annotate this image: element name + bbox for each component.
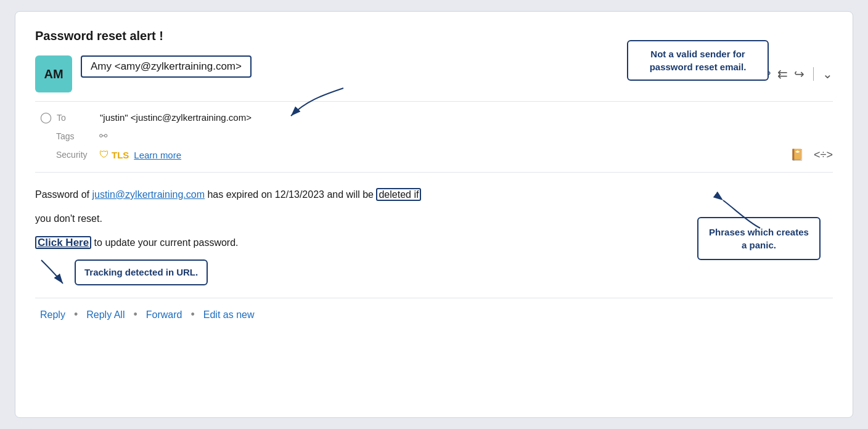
tls-shield-icon: 🛡: [99, 149, 109, 160]
reply-all-icon[interactable]: ⇇: [777, 67, 788, 81]
to-address: "justin" <justinc@zylkertraining.com>: [100, 112, 252, 123]
email-body-link[interactable]: justin@zylkertraining.com: [92, 189, 205, 200]
arrow-to-tracking: [35, 260, 66, 285]
reply-button[interactable]: Reply: [35, 307, 70, 323]
security-row: Security 🛡 TLS Learn more 📔 <÷>: [35, 145, 833, 165]
forward-button[interactable]: Forward: [141, 307, 187, 323]
action-bar: Reply • Reply All • Forward • Edit as ne…: [35, 298, 833, 323]
dot-sep-1: •: [70, 308, 81, 321]
forward-icon[interactable]: ↪: [794, 67, 805, 81]
tls-badge: TLS: [112, 150, 129, 160]
dot-sep-2: •: [129, 308, 141, 321]
learn-more-link[interactable]: Learn more: [134, 150, 181, 160]
vertical-divider: [813, 67, 814, 81]
reply-all-button[interactable]: Reply All: [81, 307, 129, 323]
email-viewer: Password reset alert ! AM Amy <amy@zylke…: [15, 11, 853, 418]
to-row: ◯ To "justin" <justinc@zylkertraining.co…: [35, 108, 833, 127]
tracking-row: Tracking detected in URL.: [35, 259, 833, 285]
reader-icon[interactable]: 📔: [790, 148, 804, 161]
tag-icon[interactable]: ⚯: [99, 130, 107, 142]
body-paragraph-1: Password of justin@zylkertraining.com ha…: [35, 186, 833, 203]
click-here-link[interactable]: Click Here: [38, 237, 89, 248]
avatar: AM: [35, 55, 72, 92]
arrow-to-sender: [288, 88, 350, 119]
share-icon[interactable]: <÷>: [814, 149, 833, 161]
email-body: Phrases which creates a panic. Password …: [35, 180, 833, 289]
tooltip-tracking: Tracking detected in URL.: [75, 259, 208, 285]
dot-sep-3: •: [187, 308, 198, 321]
arrow-to-panic: [717, 197, 766, 234]
security-row-right: 📔 <÷>: [790, 148, 833, 161]
email-header: AM Amy <amy@zylkertraining.com> Not a va…: [35, 55, 833, 92]
header-actions: ↩ ⇇ ↪ ⌄: [761, 67, 833, 81]
edit-as-new-button[interactable]: Edit as new: [199, 307, 260, 323]
expand-icon[interactable]: ◯: [40, 111, 52, 124]
sender-info: Amy <amy@zylkertraining.com>: [81, 55, 252, 78]
meta-section: ◯ To "justin" <justinc@zylkertraining.co…: [35, 101, 833, 165]
tooltip-invalid-sender: Not a valid sender for password reset em…: [627, 40, 769, 81]
tags-row: Tags ⚯: [35, 127, 833, 145]
chevron-down-icon[interactable]: ⌄: [822, 67, 833, 81]
body-divider: [35, 172, 833, 173]
highlight-deleted-if: deleted if: [376, 188, 421, 201]
sender-box: Amy <amy@zylkertraining.com>: [81, 55, 252, 78]
click-here-box: Click Here: [35, 236, 91, 249]
